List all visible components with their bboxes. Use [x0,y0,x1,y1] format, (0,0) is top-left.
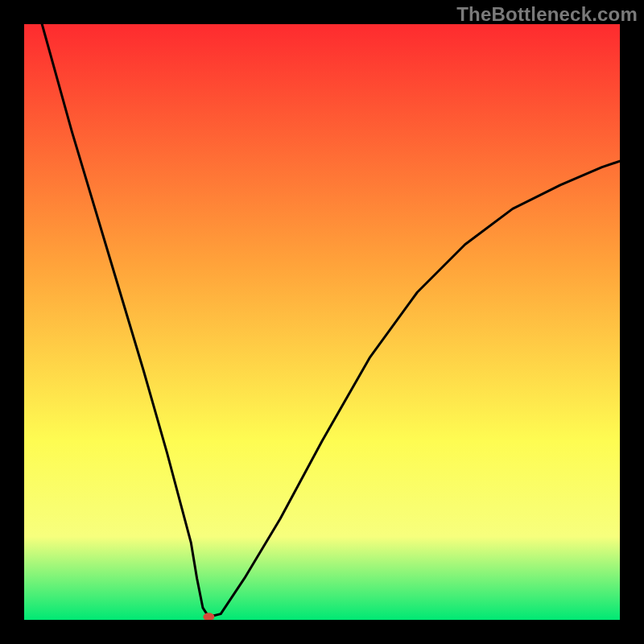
gradient-background [24,24,620,620]
chart-stage: TheBottleneck.com [0,0,644,644]
watermark-text: TheBottleneck.com [456,3,638,26]
plot-svg [24,24,620,620]
plot-area [24,24,620,620]
